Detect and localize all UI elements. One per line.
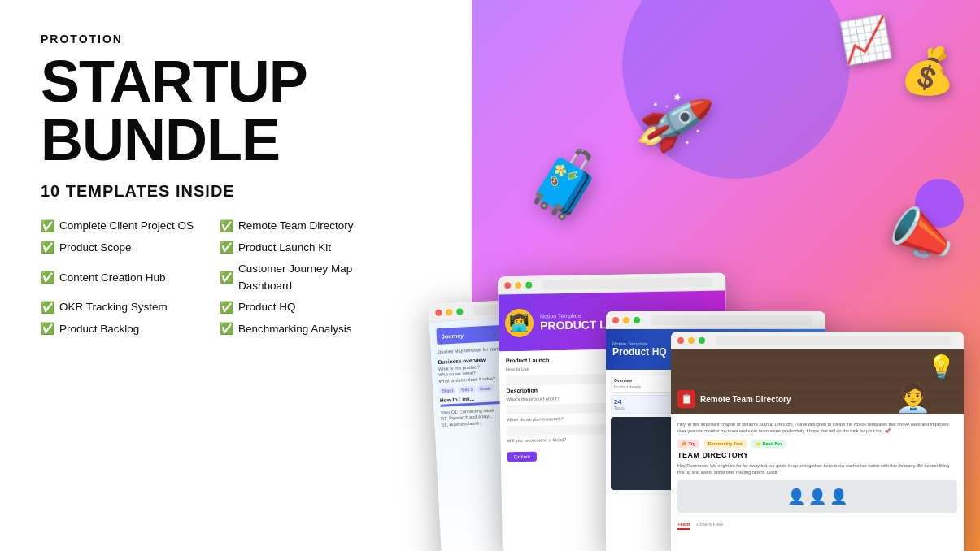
window-dot-yellow (688, 337, 695, 344)
check-icon: ✅ (41, 319, 54, 337)
check-icon: ✅ (220, 268, 233, 286)
briefcase-icon: 🧳 (525, 146, 606, 223)
check-icon: ✅ (41, 217, 54, 235)
window-dot-red (677, 337, 684, 344)
sc1-tag: Step 2 (459, 385, 476, 393)
sc4-intro-desc: Hey, In this important chapter of Notion… (677, 421, 957, 435)
window-dot-yellow (623, 317, 629, 323)
sc4-lamp-icon: 💡 (927, 354, 956, 380)
sc4-team-photos: 👤 👤 👤 (677, 480, 957, 513)
screenshots-container: Journey Journey Map template for startup… (435, 250, 964, 551)
sc4-person-icon: 🧑‍💼 (895, 381, 931, 414)
window-dot-yellow (515, 281, 521, 288)
sc4-team-photo-3: 👤 (830, 488, 847, 505)
sc4-team-photo-2: 👤 (808, 488, 826, 505)
window-dot-yellow (446, 308, 452, 315)
list-item: ✅Remote Team Directory (220, 217, 382, 235)
window-url-bar-2 (542, 276, 712, 289)
check-icon: ✅ (220, 298, 233, 316)
rocket-icon: 🚀 (631, 81, 716, 164)
sc4-badge-3: ⭐ Read Bio (751, 440, 786, 448)
sc4-badge-1: 🔥 Try (677, 440, 699, 448)
check-icon: ✅ (41, 298, 54, 316)
chart-icon: 📈 (836, 12, 894, 67)
features-list: ✅Complete Client Project OS ✅Remote Team… (41, 217, 382, 338)
list-item: ✅OKR Tracking System (41, 298, 203, 316)
window-dot-green (634, 317, 640, 323)
list-item: ✅Content Creation Hub (41, 260, 203, 295)
list-item: ✅Complete Client Project OS (41, 217, 203, 235)
check-icon: ✅ (220, 217, 233, 235)
screenshot-team-directory: 📋 Remote Team Directory 💡 🧑‍💼 Hey, In th… (671, 332, 964, 551)
window-dot-green (525, 281, 532, 288)
brand-name: PROTOTION (41, 33, 382, 46)
sc4-badges: 🔥 Try Personality Test ⭐ Read Bio (677, 440, 957, 448)
window-dot-green (456, 308, 463, 315)
window-dot-green (699, 337, 705, 344)
window-url-bar-4 (716, 336, 951, 345)
window-dot-red (435, 309, 442, 315)
sc3-card-desc: Product details (614, 384, 675, 389)
window-bar-3 (606, 311, 825, 329)
sc4-title-text: Remote Team Directory (700, 395, 791, 404)
list-item: ✅Product HQ (220, 298, 382, 316)
sc4-tab-rollers[interactable]: Rollers Files (696, 522, 723, 530)
sc4-team-desc: Hey Teammate, We might be far far away b… (677, 462, 957, 476)
sc4-badge-2: Personality Test (704, 440, 747, 448)
list-item: ✅Benchmarking Analysis (220, 319, 382, 337)
check-icon: ✅ (220, 319, 233, 337)
list-item: ✅Customer Journey Map Dashboard (220, 260, 382, 295)
sc3-metric-val: 24 (614, 398, 675, 406)
sc4-body: Hey, In this important chapter of Notion… (671, 414, 964, 536)
sc4-team-photo-1: 👤 (787, 488, 805, 505)
sc4-title-badge: 📋 Remote Team Directory (677, 390, 791, 408)
window-url-bar-3 (651, 315, 812, 325)
left-panel: PROTOTION STARTUP BUNDLE 10 TEMPLATES IN… (0, 0, 407, 551)
right-panel: 📈 💰 🧳 🚀 📣 Journey Journey Map template f… (411, 0, 980, 551)
check-icon: ✅ (41, 268, 54, 286)
sc3-title: Product HQ (612, 346, 667, 358)
sc1-tag: Goals (477, 384, 493, 392)
window-bar-4 (671, 332, 964, 349)
sc4-tab-team[interactable]: Team (677, 522, 690, 530)
sc2-avatar: 👩‍💻 (505, 308, 534, 337)
coins-icon: 💰 (899, 45, 956, 98)
list-item: ✅Product Launch Kit (220, 238, 382, 256)
sc2-button[interactable]: Explore (507, 451, 538, 462)
sc3-card-title: Overview (614, 378, 675, 383)
sc3-card-1: Overview Product details (611, 375, 678, 393)
sc1-tag: Step 1 (439, 387, 456, 394)
window-dot-red (504, 282, 511, 289)
list-item: ✅Product Backlog (41, 319, 203, 337)
sc1-header-text: Journey (442, 332, 464, 339)
sc4-icon-box: 📋 (677, 390, 695, 408)
sc3-metric-1: 24 Tasks (611, 395, 678, 414)
sc3-metric-label: Tasks (614, 406, 675, 410)
sc4-section-title: TEAM DIRECTORY (677, 451, 957, 459)
sc4-hero: 📋 Remote Team Directory 💡 🧑‍💼 (671, 349, 964, 414)
sc4-tabs: Team Rollers Files (677, 518, 957, 530)
main-title: STARTUP BUNDLE (41, 52, 382, 169)
subtitle: 10 TEMPLATES INSIDE (41, 182, 382, 201)
window-dot-red (612, 317, 619, 323)
list-item: ✅Product Scope (41, 238, 203, 256)
check-icon: ✅ (220, 238, 233, 256)
check-icon: ✅ (41, 238, 54, 256)
